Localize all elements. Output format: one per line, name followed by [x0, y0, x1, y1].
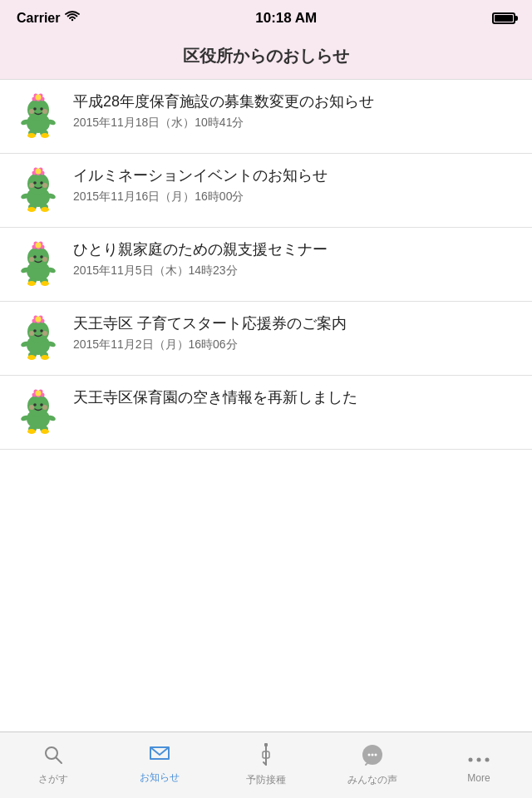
voice-icon: [361, 743, 384, 770]
tab-voice[interactable]: みんなの声: [319, 743, 426, 787]
svg-point-74: [33, 403, 37, 406]
svg-point-56: [33, 329, 37, 332]
item-title: 平成28年度保育施設の募集数変更のお知らせ: [73, 91, 519, 112]
list-item[interactable]: 天王寺区保育園の空き情報を再新しました: [0, 376, 532, 450]
item-content: 天王寺区 子育てスタート応援券のご案内2015年11月2日（月）16時06分: [73, 313, 519, 352]
list-item[interactable]: イルミネーションイベントのお知らせ2015年11月16日（月）16時00分: [0, 154, 532, 228]
svg-point-101: [469, 757, 473, 761]
svg-point-3: [40, 107, 43, 111]
svg-point-103: [485, 757, 490, 761]
item-title: イルミネーションイベントのお知らせ: [73, 165, 519, 186]
svg-point-98: [368, 754, 371, 756]
item-mascot-icon: [13, 313, 63, 363]
svg-point-102: [477, 757, 481, 761]
item-date: 2015年11月2日（月）16時06分: [73, 337, 519, 352]
tab-voice-label: みんなの声: [347, 773, 397, 787]
battery-icon: [492, 12, 515, 24]
svg-point-32: [27, 207, 36, 212]
svg-point-38: [33, 255, 37, 259]
item-mascot-icon: [13, 165, 63, 215]
svg-point-41: [42, 257, 47, 262]
svg-point-76: [29, 405, 34, 410]
svg-point-75: [40, 403, 43, 406]
item-mascot-icon: [13, 239, 63, 289]
news-list: 平成28年度保育施設の募集数変更のお知らせ2015年11月18日（水）10時41…: [0, 80, 532, 728]
svg-point-29: [36, 169, 42, 175]
svg-point-47: [36, 243, 42, 249]
status-bar: Carrier 10:18 AM: [0, 0, 532, 37]
svg-point-100: [375, 754, 377, 756]
tab-news-label: お知らせ: [140, 771, 180, 785]
svg-point-2: [33, 107, 37, 111]
svg-point-57: [40, 329, 43, 332]
svg-rect-92: [264, 743, 268, 746]
tab-vaccine[interactable]: 予防接種: [213, 743, 319, 787]
svg-point-50: [27, 281, 36, 286]
more-icon: [467, 747, 490, 769]
svg-point-20: [33, 181, 37, 185]
tab-news[interactable]: お知らせ: [106, 746, 213, 785]
svg-line-91: [57, 758, 62, 764]
item-content: ひとり親家庭のための親支援セミナー2015年11月5日（木）14時23分: [73, 239, 519, 278]
svg-point-39: [40, 255, 43, 259]
svg-rect-93: [265, 746, 267, 758]
item-mascot-icon: [13, 387, 63, 437]
svg-point-40: [29, 257, 34, 262]
news-icon: [149, 746, 170, 767]
list-item[interactable]: 平成28年度保育施設の募集数変更のお知らせ2015年11月18日（水）10時41…: [0, 80, 532, 154]
item-content: イルミネーションイベントのお知らせ2015年11月16日（月）16時00分: [73, 165, 519, 204]
item-date: 2015年11月16日（月）16時00分: [73, 190, 519, 204]
item-mascot-icon: [13, 91, 63, 141]
item-title: 天王寺区 子育てスタート応援券のご案内: [73, 313, 519, 334]
svg-point-15: [41, 133, 49, 138]
item-title: ひとり親家庭のための親支援セミナー: [73, 239, 519, 260]
tab-vaccine-label: 予防接種: [246, 773, 286, 787]
svg-point-4: [29, 109, 34, 114]
svg-point-33: [41, 207, 49, 212]
item-content: 平成28年度保育施設の募集数変更のお知らせ2015年11月18日（水）10時41…: [73, 91, 519, 131]
svg-point-83: [36, 391, 42, 397]
item-title: 天王寺区保育園の空き情報を再新しました: [73, 387, 519, 408]
tab-bar: さがす お知らせ 予防接種: [0, 732, 532, 798]
svg-point-86: [27, 429, 36, 434]
svg-point-23: [42, 183, 47, 188]
wifi-icon: [65, 11, 80, 26]
svg-point-22: [29, 183, 34, 188]
page-header: 区役所からのおしらせ: [0, 37, 532, 80]
vaccine-icon: [259, 743, 273, 770]
svg-point-65: [36, 317, 42, 323]
item-date: 2015年11月5日（木）14時23分: [73, 264, 519, 278]
item-content: 天王寺区保育園の空き情報を再新しました: [73, 387, 519, 411]
svg-point-58: [29, 331, 34, 336]
svg-point-69: [41, 355, 49, 360]
svg-point-5: [42, 109, 47, 114]
status-battery: [492, 12, 515, 24]
svg-point-87: [41, 429, 49, 434]
item-date: 2015年11月18日（水）10時41分: [73, 116, 519, 131]
search-icon: [42, 744, 64, 769]
svg-point-59: [42, 331, 47, 336]
svg-point-68: [27, 355, 36, 360]
tab-search-label: さがす: [38, 772, 68, 786]
tab-search[interactable]: さがす: [0, 744, 106, 786]
svg-point-77: [42, 405, 47, 410]
carrier-label: Carrier: [17, 11, 60, 26]
status-carrier: Carrier: [17, 11, 80, 26]
svg-point-99: [372, 754, 374, 756]
page-title: 区役所からのおしらせ: [0, 45, 532, 67]
list-item[interactable]: ひとり親家庭のための親支援セミナー2015年11月5日（木）14時23分: [0, 228, 532, 302]
tab-more[interactable]: More: [426, 747, 532, 784]
tab-more-label: More: [467, 772, 490, 784]
status-time: 10:18 AM: [255, 10, 317, 27]
svg-point-21: [40, 181, 43, 185]
svg-point-11: [36, 95, 42, 101]
svg-point-14: [27, 133, 36, 138]
svg-point-51: [41, 281, 49, 286]
list-item[interactable]: 天王寺区 子育てスタート応援券のご案内2015年11月2日（月）16時06分: [0, 302, 532, 376]
